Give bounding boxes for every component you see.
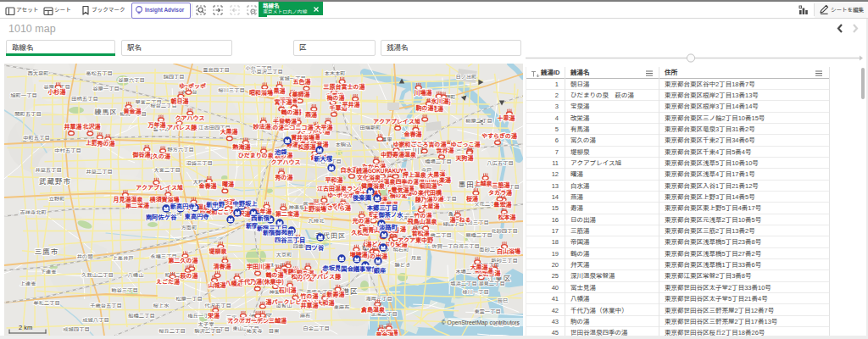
svg-text:クアパレス藤: クアパレス藤 [305, 272, 342, 281]
svg-text:文化浴泉: 文化浴泉 [356, 173, 381, 181]
svg-text:大和湯: 大和湯 [317, 298, 335, 307]
svg-text:谷原六丁目: 谷原六丁目 [118, 76, 144, 84]
svg-text:クアハウス: クアハウス [271, 158, 301, 166]
svg-text:方南町: 方南町 [181, 224, 198, 231]
svg-text:豊宏湯: 豊宏湯 [493, 200, 512, 208]
svg-text:太子堂: 太子堂 [198, 320, 214, 328]
svg-text:大星湯: 大星湯 [422, 202, 440, 210]
svg-text:三鷹市: 三鷹市 [35, 246, 59, 256]
svg-text:新寿湯: 新寿湯 [326, 290, 345, 298]
svg-text:扇橋二丁目: 扇橋二丁目 [465, 231, 492, 239]
svg-text:成城四丁目: 成城四丁目 [63, 325, 89, 333]
svg-text:八広五丁目: 八広五丁目 [487, 159, 513, 167]
svg-text:ゆ家和ごころ吉の湯: ゆ家和ごころ吉の湯 [393, 140, 447, 148]
svg-text:石川湯: 石川湯 [279, 286, 297, 294]
svg-text:御谷湯: 御谷湯 [132, 150, 151, 158]
svg-text:白金二丁目: 白金二丁目 [303, 325, 329, 332]
svg-text:北砂四丁目: 北砂四丁目 [491, 227, 517, 235]
svg-text:本駒込: 本駒込 [336, 141, 353, 148]
svg-text:中町五丁目: 中町五丁目 [23, 134, 49, 142]
svg-text:東高円寺: 東高円寺 [183, 212, 209, 220]
svg-text:目黒: 目黒 [269, 327, 280, 335]
svg-text:久我山二丁目: 久我山二丁目 [81, 271, 114, 279]
svg-text:中野寿湯温泉: 中野寿湯温泉 [381, 150, 417, 158]
svg-text:やすらぎの湯: やすらぎの湯 [481, 131, 517, 140]
svg-text:桜丘二丁目: 桜丘二丁目 [159, 327, 185, 335]
svg-text:上野浴場: 上野浴場 [303, 204, 326, 213]
svg-text:井草五丁目: 井草五丁目 [35, 166, 61, 174]
svg-text:薬師湯: 薬師湯 [292, 90, 310, 98]
svg-text:金春湯: 金春湯 [199, 181, 217, 190]
svg-text:松本湯: 松本湯 [498, 213, 516, 221]
svg-text:金春湯: 金春湯 [404, 130, 422, 138]
svg-text:田柄五丁目: 田柄五丁目 [71, 95, 97, 103]
svg-text:豊島四丁目: 豊島四丁目 [203, 66, 229, 74]
svg-text:宇田川湯: 宇田川湯 [247, 262, 270, 270]
svg-text:月見湯温泉: 月見湯温泉 [113, 195, 144, 203]
svg-text:黄金湯: 黄金湯 [124, 107, 142, 115]
svg-text:小豆沢二丁目: 小豆沢二丁目 [251, 68, 283, 75]
svg-text:月島: 月島 [411, 254, 422, 262]
svg-text:栄湯: 栄湯 [207, 311, 220, 320]
svg-text:桜上水: 桜上水 [153, 302, 170, 309]
svg-text:四ツ谷: 四ツ谷 [305, 243, 325, 252]
svg-text:錦四丁目: 錦四丁目 [163, 73, 184, 81]
svg-text:平井湯: 平井湯 [342, 100, 360, 108]
svg-text:本郷三丁目: 本郷三丁目 [366, 203, 398, 212]
svg-text:ニコニコ湯: ニコニコ湯 [284, 123, 314, 131]
svg-text:立野町: 立野町 [49, 195, 65, 203]
svg-text:萩の湯: 萩の湯 [180, 271, 198, 280]
svg-text:朝日湯: 朝日湯 [171, 97, 189, 105]
svg-text:本木本町: 本木本町 [324, 69, 345, 77]
svg-text:東麻布: 東麻布 [334, 303, 350, 311]
svg-text:西大泉町: 西大泉町 [27, 69, 48, 77]
svg-text:牟礼二丁目: 牟礼二丁目 [33, 299, 59, 307]
svg-text:辰巳: 辰巳 [498, 297, 509, 304]
svg-text:昭和浴場: 昭和浴場 [249, 88, 273, 97]
svg-text:清春湯: 清春湯 [214, 262, 231, 270]
svg-text:貫井浴場: 貫井浴場 [291, 133, 314, 142]
svg-text:代沢五丁目: 代沢五丁目 [204, 302, 231, 309]
svg-text:成城八丁目: 成城八丁目 [82, 316, 108, 324]
svg-text:谷原一丁目: 谷原一丁目 [92, 85, 119, 92]
svg-text:橋場二丁目: 橋場二丁目 [425, 158, 451, 165]
svg-text:熱海湯: 熱海湯 [232, 142, 251, 151]
svg-text:五色湯: 五色湯 [293, 77, 311, 86]
svg-text:曙湯: 曙湯 [222, 180, 234, 188]
svg-text:塩浜二丁目: 塩浜二丁目 [450, 280, 476, 287]
svg-text:秀の湯: 秀の湯 [97, 139, 115, 147]
svg-text:勝どき: 勝どき [395, 261, 411, 269]
svg-text:新中野: 新中野 [206, 200, 225, 208]
svg-text:堤柳泉: 堤柳泉 [209, 247, 228, 255]
svg-text:クアハウス: クアハウス [175, 114, 205, 122]
svg-text:2 km: 2 km [19, 324, 32, 331]
svg-text:井草湯: 井草湯 [301, 301, 319, 309]
svg-text:野方六丁目: 野方六丁目 [167, 146, 193, 153]
svg-text:南阿佐ケ谷: 南阿佐ケ谷 [146, 213, 177, 221]
svg-text:鶴の湯: 鶴の湯 [281, 108, 299, 116]
svg-text:アクアガーデン三越湯: アクアガーデン三越湯 [227, 316, 287, 325]
svg-text:燕湯: 燕湯 [304, 110, 317, 119]
svg-text:ゆごっこ湯: ゆごっこ湯 [451, 140, 481, 148]
svg-text:十思湯: 十思湯 [498, 114, 515, 122]
svg-text:柳原二丁目: 柳原二丁目 [465, 117, 492, 125]
svg-text:鶴の湯: 鶴の湯 [265, 270, 284, 279]
svg-text:第二宝湯: 第二宝湯 [275, 209, 299, 218]
svg-text:万年湯: 万年湯 [147, 120, 166, 129]
svg-text:粕谷三丁目: 粕谷三丁目 [111, 286, 137, 294]
svg-text:日ノ出町: 日ノ出町 [455, 73, 476, 81]
svg-text:アクア東中野: アクア東中野 [398, 236, 434, 244]
svg-text:中野坂上: 中野坂上 [232, 199, 258, 208]
svg-text:第二久の湯: 第二久の湯 [168, 256, 198, 264]
svg-text:大黒湯: 大黒湯 [470, 263, 488, 271]
svg-text:麻布: 麻布 [300, 312, 311, 320]
svg-text:飛鳥山温泉: 飛鳥山温泉 [407, 217, 438, 225]
svg-text:アクアプレイス旭: アクアプレイス旭 [373, 117, 420, 125]
svg-text:駒沢二丁目: 駒沢二丁目 [194, 327, 220, 335]
svg-text:電気湯: 電気湯 [392, 186, 409, 194]
svg-text:銀座: 銀座 [373, 266, 387, 275]
svg-text:上連雀: 上連雀 [20, 280, 36, 287]
svg-text:井草二丁目: 井草二丁目 [86, 168, 112, 175]
svg-text:光の湯: 光の湯 [353, 216, 370, 225]
svg-text:倉島温泉: 倉島温泉 [360, 305, 386, 314]
